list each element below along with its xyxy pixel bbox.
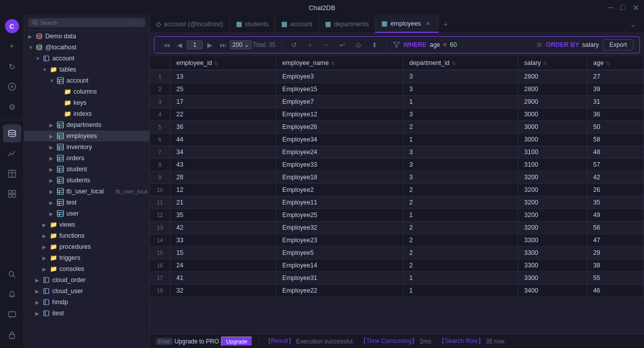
tree-item-departments[interactable]: ▶ departments	[24, 119, 149, 130]
tree-search-box[interactable]: Search Ctrl F	[28, 18, 145, 27]
tree-label-tb-user-local: tb_user_local	[66, 188, 114, 195]
tree-item-procedures[interactable]: ▶ 📁 procedures	[24, 241, 149, 252]
copy-button[interactable]: ⊙	[352, 39, 364, 51]
table-row[interactable]: 8 43 Employee33 3 3100 57	[150, 159, 644, 171]
tree-item-tb-user-local[interactable]: ▶ tb_user_local tb_user_loca	[24, 186, 149, 197]
tab-departments[interactable]: ▦ departments	[319, 15, 375, 33]
lock-nav[interactable]	[3, 326, 21, 344]
maximize-icon[interactable]: □	[620, 3, 625, 12]
table-row[interactable]: 17 41 Employee31 1 3300 55	[150, 272, 644, 285]
tree-item-employees[interactable]: ▶ employees	[24, 130, 149, 142]
table-row[interactable]: 16 24 Employee14 2 3300 38	[150, 259, 644, 272]
tree-item-columns[interactable]: 📁 columns	[24, 86, 149, 97]
tree-item-indexs[interactable]: 📁 indexs	[24, 108, 149, 119]
filter-section: WHERE age < 60	[393, 41, 532, 48]
tree-item-user[interactable]: ▶ user	[24, 208, 149, 219]
tree-item-localhost[interactable]: ▼ @localhost	[24, 42, 149, 53]
refresh-button[interactable]: ↻	[3, 57, 21, 76]
table-row[interactable]: 3 17 Employee7 1 2900 31	[150, 96, 644, 108]
sort-icon-age[interactable]: ⇅	[606, 60, 610, 66]
tree-item-inventory[interactable]: ▶ inventory	[24, 142, 149, 153]
tree-item-hmdp[interactable]: ▶ hmdp	[24, 297, 149, 308]
tree-item-student[interactable]: ▶ student	[24, 164, 149, 175]
tree-item-functions[interactable]: ▶ 📁 functions	[24, 230, 149, 241]
tab-students[interactable]: ▦ students	[230, 15, 275, 33]
tree-item-account-db[interactable]: ▼ account	[24, 53, 149, 64]
add-row-button[interactable]: +	[304, 39, 316, 51]
table-row[interactable]: 15 15 Employee5 2 3300 29	[150, 247, 644, 259]
table-row[interactable]: 14 33 Employee23 2 3300 47	[150, 234, 644, 247]
tree-item-itest[interactable]: ▶ itest	[24, 308, 149, 319]
tree-item-demo-data[interactable]: ▶ Demo data	[24, 31, 149, 42]
dashboard-nav[interactable]	[3, 185, 21, 203]
table-row[interactable]: 2 25 Employee15 3 2800 39	[150, 83, 644, 96]
tab-close-employees[interactable]: ✕	[424, 20, 432, 28]
prev-page-button[interactable]: ◀	[174, 39, 186, 51]
sort-icon-salary[interactable]: ⇅	[543, 60, 547, 66]
tree-item-views[interactable]: ▶ 📁 views	[24, 219, 149, 230]
col-header-salary[interactable]: salary ⇅	[518, 56, 587, 70]
table-row[interactable]: 13 42 Employee32 2 3200 56	[150, 222, 644, 234]
table-row[interactable]: 10 12 Employee2 2 3200 26	[150, 184, 644, 196]
tree-item-cloud-order[interactable]: ▶ cloud_order	[24, 274, 149, 286]
tab-account[interactable]: ▦ account	[275, 15, 319, 33]
sort-icon-employee-id[interactable]: ⇅	[214, 60, 218, 66]
tree-item-account-table[interactable]: ▼ account	[24, 75, 149, 86]
table-row[interactable]: 9 28 Employee18 3 3200 42	[150, 171, 644, 184]
tab-employees[interactable]: ▦ employees ✕	[375, 15, 438, 33]
table-icon	[56, 121, 64, 129]
table-row[interactable]: 12 35 Employee25 1 3200 49	[150, 209, 644, 222]
table-row[interactable]: 11 21 Employee11 2 3200 35	[150, 196, 644, 209]
separator	[281, 40, 282, 50]
tree-item-students[interactable]: ▶ students	[24, 175, 149, 186]
navigate-button[interactable]	[3, 78, 21, 96]
tree-item-triggers[interactable]: ▶ 📁 triggers	[24, 252, 149, 263]
tree-item-consoles[interactable]: ▶ 📁 consoles	[24, 263, 149, 274]
upload-button[interactable]: ⬆	[368, 39, 380, 51]
last-page-button[interactable]: ⏭	[217, 39, 229, 51]
table-row[interactable]: 18 32 Employee22 1 3400 46	[150, 285, 644, 297]
table-row[interactable]: 4 22 Employee12 3 3000 36	[150, 108, 644, 121]
tree-item-keys[interactable]: 📁 keys	[24, 97, 149, 108]
col-header-employee-name[interactable]: employee_name ⇅	[276, 56, 404, 70]
upgrade-button[interactable]: Upgrade	[221, 336, 252, 346]
chat-nav[interactable]	[3, 306, 21, 324]
tree-item-orders[interactable]: ▶ orders	[24, 153, 149, 164]
notifications-nav[interactable]	[3, 286, 21, 304]
undo-button[interactable]: ↩	[336, 39, 348, 51]
chevron-icon: ▼	[42, 67, 49, 73]
add-button[interactable]: +	[3, 37, 21, 55]
sort-icon-employee-name[interactable]: ⇅	[331, 60, 335, 66]
user-avatar[interactable]: C	[5, 19, 19, 33]
table-row[interactable]: 5 36 Employee26 2 3000 50	[150, 121, 644, 133]
settings-button[interactable]: ⚙	[3, 98, 21, 116]
database-nav[interactable]	[3, 124, 21, 143]
tab-overflow-button[interactable]: ⌄	[626, 17, 640, 31]
next-page-button[interactable]: ▶	[204, 39, 216, 51]
refresh-data-button[interactable]: ↺	[288, 39, 300, 51]
sort-icon-department-id[interactable]: ⇅	[452, 60, 456, 66]
table-row[interactable]: 7 34 Employee24 3 3100 48	[150, 146, 644, 159]
delete-row-button[interactable]: −	[320, 39, 332, 51]
search-nav[interactable]	[3, 265, 21, 284]
table-row[interactable]: 6 44 Employee34 1 3000 58	[150, 133, 644, 146]
chart-nav[interactable]	[3, 145, 21, 163]
first-page-button[interactable]: ⏮	[160, 39, 173, 51]
col-header-age[interactable]: age ⇅	[587, 56, 644, 70]
tree-item-cloud-user[interactable]: ▶ cloud_user	[24, 286, 149, 297]
table-row[interactable]: 1 13 Employee3 3 2800 27	[150, 70, 644, 83]
tree-item-test[interactable]: ▶ test	[24, 197, 149, 208]
tab-console[interactable]: ◇ account (@localhost)	[150, 15, 230, 33]
table-view-nav[interactable]	[3, 165, 21, 183]
row-num: 2	[150, 83, 170, 96]
col-header-department-id[interactable]: department_id ⇅	[403, 56, 518, 70]
page-number[interactable]: 1	[187, 40, 203, 49]
close-icon[interactable]: ✕	[632, 3, 639, 13]
page-size-select[interactable]: 200 ⌄	[230, 40, 252, 49]
export-button[interactable]: Export	[603, 39, 633, 50]
minimize-icon[interactable]: ─	[608, 3, 613, 12]
tree-item-tables-folder[interactable]: ▼ 📁 tables	[24, 64, 149, 75]
col-header-employee-id[interactable]: employee_id ⇅	[170, 56, 276, 70]
tab-add-button[interactable]: +	[439, 17, 453, 31]
cell-employee-id: 21	[170, 196, 276, 209]
